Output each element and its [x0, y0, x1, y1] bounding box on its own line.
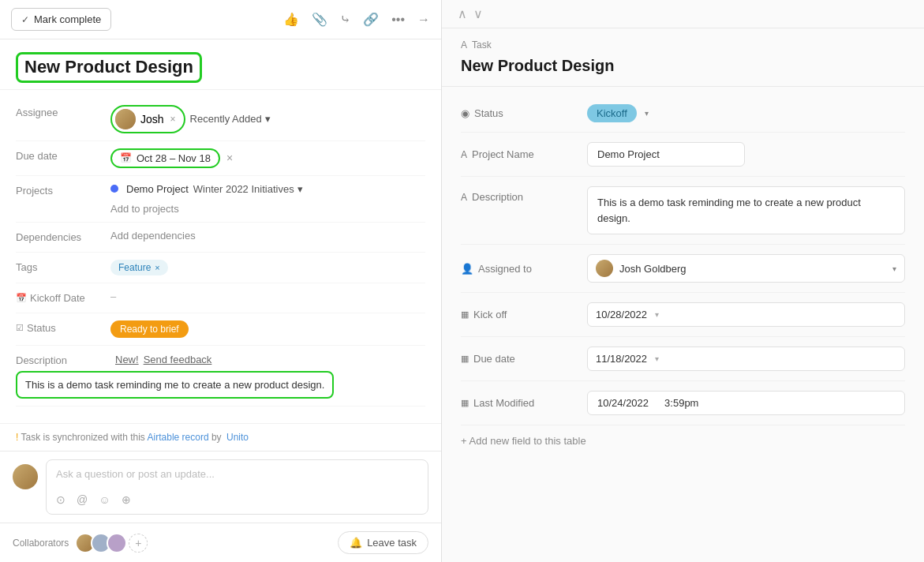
left-panel: ✓ Mark complete 👍 📎 ⤷ 🔗 ••• → New Produc… — [0, 0, 442, 562]
status-field-value: Ready to brief — [110, 320, 425, 338]
unito-link[interactable]: Unito — [226, 432, 249, 443]
date-chip[interactable]: 📅 Oct 28 – Nov 18 — [110, 148, 220, 168]
nav-up-arrow[interactable]: ∧ — [458, 6, 467, 21]
collaborators-avatars — [75, 533, 122, 553]
description-header: Description New! Send feedback — [16, 353, 211, 366]
add-dependencies-link[interactable]: Add dependencies — [110, 230, 196, 242]
tags-row: Tags Feature × — [16, 253, 425, 283]
right-last-modified-label: ▦ Last Modified — [461, 397, 587, 409]
airtable-record-link[interactable]: Airtable record — [148, 432, 209, 443]
last-modified-input: 10/24/2022 3:59pm — [587, 391, 905, 415]
mention-icon[interactable]: @ — [77, 493, 88, 506]
date-range-text: Oct 28 – Nov 18 — [137, 152, 211, 164]
attach-icon[interactable]: 📎 — [312, 12, 327, 27]
recently-added-button[interactable]: Recently Added ▾ — [190, 113, 271, 125]
add-collaborator-button[interactable]: + — [129, 534, 148, 553]
description-row: Description New! Send feedback This is a… — [16, 346, 425, 407]
kickoff-field-icon: ▦ — [461, 309, 469, 320]
assignee-name: Josh — [140, 113, 164, 126]
avatar-image — [115, 109, 136, 129]
project-name[interactable]: Demo Project — [126, 183, 189, 195]
status-badge[interactable]: Ready to brief — [110, 320, 189, 338]
bell-icon: 🔔 — [350, 537, 362, 549]
kickoff-date-value: – — [110, 290, 425, 302]
winter-initiatives-button[interactable]: Winter 2022 Initiatives ▾ — [193, 183, 303, 195]
comment-input-wrap[interactable]: Ask a question or post an update... ⊙ @ … — [46, 459, 428, 515]
assignee-row: Assignee Josh × Recently Added ▾ — [16, 98, 425, 141]
task-title[interactable]: New Product Design — [16, 52, 202, 83]
add-field-link[interactable]: + Add new field to this table — [461, 425, 905, 456]
assignee-dropdown[interactable]: Josh Goldberg ▾ — [587, 254, 905, 283]
due-date-arrow[interactable]: ▾ — [655, 354, 659, 363]
kickoff-date-arrow[interactable]: ▾ — [655, 310, 659, 319]
status-dropdown[interactable]: Kickoff — [587, 104, 637, 122]
status-field-icon: ◉ — [461, 107, 469, 119]
mark-complete-button[interactable]: ✓ Mark complete — [11, 8, 111, 31]
right-kickoff-row: ▦ Kick off 10/28/2022 ▾ — [461, 293, 905, 337]
thumbs-up-icon[interactable]: 👍 — [283, 12, 299, 27]
right-last-modified-row: ▦ Last Modified 10/24/2022 3:59pm — [461, 381, 905, 425]
assignee-dropdown-avatar — [596, 260, 613, 277]
due-date-row: Due date 📅 Oct 28 – Nov 18 × — [16, 141, 425, 176]
nav-down-arrow[interactable]: ∨ — [473, 6, 483, 21]
task-type-icon: A — [461, 39, 467, 51]
projects-field-value: Demo Project Winter 2022 Initiatives ▾ A… — [110, 183, 425, 215]
expand-icon[interactable]: → — [417, 13, 430, 27]
more-icon[interactable]: ••• — [391, 13, 405, 27]
description-send-link[interactable]: Send feedback — [144, 354, 212, 365]
dropdown-chevron-icon: ▾ — [265, 113, 271, 125]
right-assigned-to-value: Josh Goldberg ▾ — [587, 254, 905, 283]
right-last-modified-value: 10/24/2022 3:59pm — [587, 391, 905, 415]
description-label: Description — [16, 353, 110, 366]
feature-tag[interactable]: Feature × — [110, 260, 168, 275]
right-due-date-row: ▦ Due date 11/18/2022 ▾ — [461, 337, 905, 381]
assignee-remove-button[interactable]: × — [170, 114, 176, 125]
tag-remove-button[interactable]: × — [155, 263, 159, 272]
projects-label: Projects — [16, 183, 110, 197]
due-date-field-icon: ▦ — [461, 354, 469, 364]
avatar — [115, 109, 136, 129]
assignee-chip[interactable]: Josh × — [110, 105, 185, 133]
leave-task-button[interactable]: 🔔 Leave task — [338, 531, 428, 554]
record-icon[interactable]: ⊙ — [56, 493, 65, 506]
description-new-link[interactable]: New! — [115, 354, 139, 365]
add-to-projects-link[interactable]: Add to projects — [110, 203, 179, 215]
link-icon[interactable]: 🔗 — [363, 12, 379, 27]
right-panel: ∧ ∨ A Task New Product Design ◉ Status K… — [442, 0, 924, 562]
winter-label: Winter 2022 Initiatives — [193, 183, 294, 195]
right-project-name-label: A Project Name — [461, 148, 587, 160]
calendar-icon: 📅 — [120, 152, 132, 163]
status-icon: ☑ — [16, 323, 24, 333]
right-due-date-value: 11/18/2022 ▾ — [587, 347, 905, 371]
task-type-label: Task — [472, 39, 492, 51]
project-name-field-icon: A — [461, 149, 467, 160]
right-kickoff-label: ▦ Kick off — [461, 309, 587, 320]
description-field-icon: A — [461, 192, 467, 203]
dependencies-row: Dependencies Add dependencies — [16, 223, 425, 253]
projects-row: Projects Demo Project Winter 2022 Initia… — [16, 176, 425, 223]
assigned-to-field-icon: 👤 — [461, 263, 473, 275]
branch-icon[interactable]: ⤷ — [340, 12, 350, 27]
due-date-field-value: 📅 Oct 28 – Nov 18 × — [110, 148, 425, 168]
task-title-section: New Product Design — [0, 39, 441, 90]
right-task-header: A Task New Product Design — [442, 28, 924, 87]
task-fields: Assignee Josh × Recently Added ▾ Due dat… — [0, 90, 441, 423]
due-date-input[interactable]: 11/18/2022 ▾ — [587, 347, 905, 371]
date-remove-button[interactable]: × — [226, 152, 233, 164]
kickoff-date-input[interactable]: 10/28/2022 ▾ — [587, 302, 905, 327]
last-modified-time: 3:59pm — [664, 397, 698, 409]
status-dropdown-arrow[interactable]: ▾ — [645, 109, 649, 118]
add-icon[interactable]: ⊕ — [122, 493, 131, 506]
right-status-label: ◉ Status — [461, 107, 587, 119]
description-text-input[interactable]: This is a demo task reminding me to crea… — [587, 186, 905, 234]
emoji-icon[interactable]: ☺ — [99, 493, 110, 506]
right-description-label: A Description — [461, 186, 587, 203]
comment-user-avatar — [13, 464, 38, 489]
due-date-label: Due date — [16, 148, 110, 162]
assignee-field-value: Josh × Recently Added ▾ — [110, 105, 425, 133]
calendar-small-icon: 📅 — [16, 293, 27, 303]
due-date-text: 11/18/2022 — [596, 353, 647, 365]
assignee-dropdown-arrow[interactable]: ▾ — [892, 264, 896, 273]
toolbar: ✓ Mark complete 👍 📎 ⤷ 🔗 ••• → — [0, 0, 441, 39]
project-name-input[interactable]: Demo Project — [587, 142, 745, 167]
